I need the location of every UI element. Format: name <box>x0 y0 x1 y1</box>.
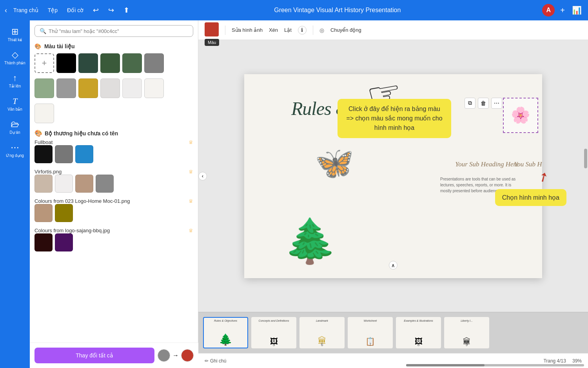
flip-label[interactable]: Lật <box>284 27 292 33</box>
brand-swatch-purple[interactable] <box>55 233 73 251</box>
sidebar-item-design[interactable]: ⊞ Thiết kế <box>2 24 28 45</box>
thumbnail-8[interactable]: Examples & Illustrations 🖼 8 <box>396 317 441 348</box>
sidebar-item-elements[interactable]: ◇ Thành phần <box>2 47 28 68</box>
info-button[interactable]: ℹ <box>298 26 307 35</box>
canvas-area: Màu Sửa hình ảnh Xén Lật ℹ ◎ Chuyển động… <box>198 20 588 368</box>
color-search-input[interactable] <box>49 28 188 34</box>
brand-swatch-black[interactable] <box>34 145 53 163</box>
thumbnail-6[interactable]: Landmark 🏛 6 <box>299 317 345 348</box>
color-swatch-cream[interactable] <box>34 104 54 123</box>
design-icon: ⊞ <box>11 27 18 37</box>
presentation-title: Green Vintage Visual Art History Present… <box>139 7 536 14</box>
sidebar-item-upload[interactable]: ↑ Tải lên <box>2 70 28 91</box>
flower-illustration[interactable]: 🌸 <box>503 98 538 133</box>
thumbnail-strip: Rules & Objectives 🌲 4 Concepts and Defi… <box>198 312 588 353</box>
color-replace-area: → <box>158 349 194 362</box>
brand-virfortis-swatches <box>34 175 193 193</box>
color-swatch-gold[interactable] <box>78 78 98 98</box>
zoom-level[interactable]: 39% <box>572 358 582 364</box>
color-swatch-gray2[interactable] <box>56 78 76 98</box>
color-swatch-white[interactable] <box>144 78 164 98</box>
add-button[interactable]: + <box>559 4 566 16</box>
sidebar-item-project[interactable]: 🗁 Dự án <box>2 116 28 138</box>
brand-fullboat-label: Fullboat ♕ <box>34 139 193 145</box>
color-swatch-lightgreen[interactable] <box>34 78 54 98</box>
brand-section: 🎨 Bộ thương hiệu chưa có tên Fullboat ♕ <box>34 129 193 251</box>
brand-swatch-blue[interactable] <box>75 145 93 163</box>
color-swatch-gray1[interactable] <box>144 53 164 73</box>
to-color-dot[interactable] <box>181 349 194 362</box>
avatar-button[interactable]: A <box>542 4 555 16</box>
brand-icon: 🎨 <box>34 129 42 137</box>
notes-icon: ✏ <box>205 358 209 364</box>
thumb-label-5: Concepts and Definitions <box>254 319 294 322</box>
brand-fullboat-swatches <box>34 145 193 163</box>
brand-logo-label: Colours from 023 Logo-Home Moc-01.png ♕ <box>34 198 193 204</box>
copy-icon-btn[interactable]: ⧉ <box>465 98 475 109</box>
color-swatch-lightgray[interactable] <box>100 78 120 98</box>
crop-label[interactable]: Xén <box>269 27 278 33</box>
color-search-bar: 🔍 <box>34 25 193 37</box>
slide-element-toolbar: ⧉ 🗑 ⋯ <box>465 98 502 109</box>
compare-button[interactable]: Đối cờ <box>64 5 87 15</box>
edit-image-label[interactable]: Sửa hình ảnh <box>232 27 263 33</box>
notes-item[interactable]: ✏ Ghi chú <box>205 358 226 364</box>
sidebar-item-text[interactable]: T Văn bản <box>2 93 28 115</box>
animation-label[interactable]: Chuyển động <box>330 27 361 33</box>
brand-swatch-gray3[interactable] <box>96 175 114 193</box>
color-swatch-darkgreen[interactable] <box>78 53 98 73</box>
thumbnail-5[interactable]: Concepts and Definitions 🖼 5 <box>251 317 296 348</box>
brand-swatch-olive[interactable] <box>55 204 73 222</box>
thumb-num-6: 6 <box>321 342 323 347</box>
chart-button[interactable]: 📊 <box>570 4 583 16</box>
panel-collapse-bottom-button[interactable]: ∧ <box>389 261 397 270</box>
add-color-swatch[interactable]: + <box>34 53 54 73</box>
slide-sub-heading2: You Sub Headin... <box>514 160 542 168</box>
thumb-num-8: 8 <box>417 342 420 347</box>
sidebar-item-apps[interactable]: ⋯ Ứng dụng <box>2 139 28 161</box>
thumb-num-7: 7 <box>369 342 372 347</box>
canvas-scroll-handle[interactable] <box>584 149 587 168</box>
file-button[interactable]: Tệp <box>45 5 61 15</box>
brand-swatch-tan[interactable] <box>75 175 93 193</box>
color-swatch-black[interactable] <box>56 53 76 73</box>
thumb-num-9: 9 <box>466 342 468 347</box>
butterfly-illustration: 🦋 <box>315 145 354 182</box>
share-button[interactable]: ⬆ <box>120 4 132 16</box>
toolbar-separator <box>225 26 225 35</box>
undo-button[interactable]: ↩ <box>90 4 102 16</box>
brand-swatch-white2[interactable] <box>55 175 73 193</box>
main-layout: ⊞ Thiết kế ◇ Thành phần ↑ Tải lên T Văn … <box>0 20 588 368</box>
thumbnail-7[interactable]: Worksheet 📋 7 <box>348 317 393 348</box>
color-swatch-offwhite[interactable] <box>122 78 142 98</box>
top-bar: ‹ Trang chủ Tệp Đối cờ ↩ ↪ ⬆ Green Vinta… <box>0 0 588 20</box>
icon-sidebar: ⊞ Thiết kế ◇ Thành phần ↑ Tải lên T Văn … <box>0 20 30 368</box>
thumb-label-6: Landmark <box>302 319 342 322</box>
brand-swatch-gray[interactable] <box>55 145 73 163</box>
more-icon-btn[interactable]: ⋯ <box>491 98 502 109</box>
home-button[interactable]: Trang chủ <box>10 5 42 15</box>
color-callout: Click ở đây để hiện ra bảng màu => chọn … <box>338 99 451 138</box>
brand-swatch-dark1[interactable] <box>34 233 53 251</box>
elements-icon: ◇ <box>12 50 18 60</box>
change-all-button[interactable]: Thay đổi tất cả <box>34 348 154 363</box>
upload-icon: ↑ <box>13 73 17 83</box>
color-swatch-green2[interactable] <box>100 53 120 73</box>
redo-button[interactable]: ↪ <box>105 4 117 16</box>
search-icon: 🔍 <box>40 28 46 34</box>
thumb-num-5: 5 <box>273 342 275 347</box>
back-arrow-icon[interactable]: ‹ <box>5 6 7 15</box>
from-color-dot[interactable] <box>158 349 170 362</box>
panel-collapse-button[interactable]: ‹ <box>198 172 207 180</box>
delete-icon-btn[interactable]: 🗑 <box>478 98 489 109</box>
brand-swatch-beige[interactable] <box>34 175 53 193</box>
brand-swatch-brown[interactable] <box>34 204 53 222</box>
brand-virfortis-label: Virfortis.png ♕ <box>34 169 193 175</box>
doc-color-swatches-row2 <box>34 78 193 98</box>
color-picker-button[interactable] <box>205 22 219 36</box>
color-panel-wrapper: 🔍 🎨 Màu tài liệu + <box>30 20 198 368</box>
canvas-toolbar: Màu Sửa hình ảnh Xén Lật ℹ ◎ Chuyển động <box>198 20 588 40</box>
thumbnail-9[interactable]: Liberty I... 🏛 9 <box>444 317 489 348</box>
thumbnail-4[interactable]: Rules & Objectives 🌲 4 <box>203 317 248 348</box>
color-swatch-green3[interactable] <box>122 53 142 73</box>
